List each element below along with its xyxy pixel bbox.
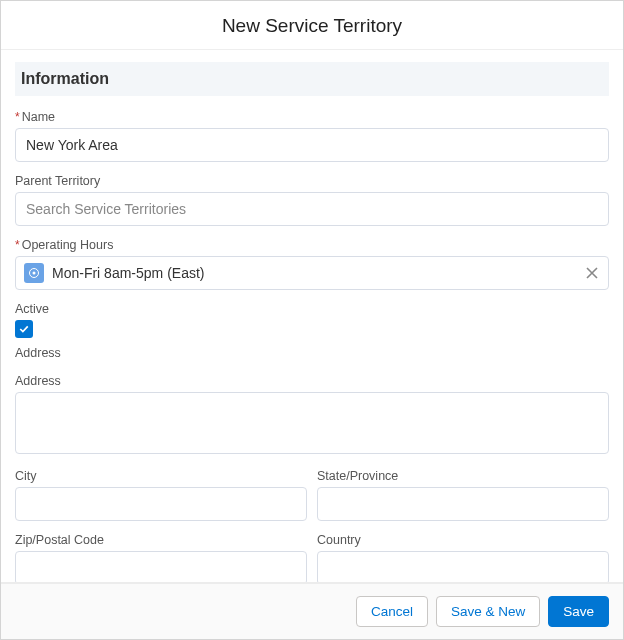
country-label: Country [317,533,609,547]
modal-body: Information *Name Parent Territory *Oper… [1,50,623,582]
row-zip-country: Zip/Postal Code Country [15,533,609,582]
field-zip: Zip/Postal Code [15,533,307,582]
svg-point-1 [33,272,36,275]
city-input[interactable] [15,487,307,521]
hours-label-text: Operating Hours [22,238,114,252]
close-icon[interactable] [584,265,600,281]
section-title: Information [21,70,603,88]
required-mark: * [15,110,20,124]
name-label-text: Name [22,110,55,124]
field-name: *Name [15,110,609,162]
hours-label: *Operating Hours [15,238,609,252]
zip-label: Zip/Postal Code [15,533,307,547]
zip-input[interactable] [15,551,307,582]
save-and-new-button[interactable]: Save & New [436,596,540,627]
address-label: Address [15,374,609,388]
modal-header: New Service Territory [1,1,623,50]
country-input[interactable] [317,551,609,582]
field-country: Country [317,533,609,582]
new-service-territory-modal: New Service Territory Information *Name … [0,0,624,640]
address-section-label: Address [15,346,609,360]
active-checkbox[interactable] [15,320,33,338]
cancel-button[interactable]: Cancel [356,596,428,627]
active-label: Active [15,302,609,316]
modal-title: New Service Territory [1,15,623,37]
state-input[interactable] [317,487,609,521]
state-label: State/Province [317,469,609,483]
save-button[interactable]: Save [548,596,609,627]
field-operating-hours: *Operating Hours Mon-Fri 8am-5pm (East) [15,238,609,290]
field-address: Address [15,374,609,457]
name-label: *Name [15,110,609,124]
row-city-state: City State/Province [15,469,609,533]
name-input[interactable] [15,128,609,162]
hours-selected: Mon-Fri 8am-5pm (East) [52,265,576,281]
field-state: State/Province [317,469,609,521]
parent-label: Parent Territory [15,174,609,188]
parent-territory-input[interactable] [15,192,609,226]
field-active: Active [15,302,609,338]
section-information: Information [15,62,609,96]
hours-lookup[interactable]: Mon-Fri 8am-5pm (East) [15,256,609,290]
address-input[interactable] [15,392,609,454]
field-parent-territory: Parent Territory [15,174,609,226]
field-city: City [15,469,307,521]
modal-footer: Cancel Save & New Save [1,582,623,639]
city-label: City [15,469,307,483]
operating-hours-icon [24,263,44,283]
required-mark: * [15,238,20,252]
